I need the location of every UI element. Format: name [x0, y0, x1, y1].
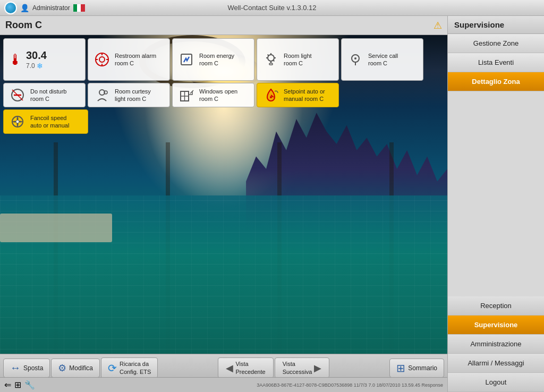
top-bar: 👤 Administrator Well-Contact Suite v.1.3… — [0, 0, 544, 16]
widget-setpoint-auto[interactable]: Setpoint auto ormanual room C — [257, 83, 339, 107]
service-call-label: Service callroom C — [368, 52, 398, 67]
light-icon — [261, 50, 280, 69]
temperature-value: 30.4 — [26, 49, 47, 62]
dnd-icon — [8, 86, 27, 105]
room-curtesy-label: Room curtesylight room C — [115, 88, 151, 103]
vista-succ-label: VistaSuccessiva — [283, 360, 312, 376]
dettaglio-zona-button[interactable]: Dettaglio Zona — [448, 72, 544, 91]
widgets-area: 🌡 30.4 7.0 ❄ — [0, 35, 447, 137]
widget-row-3: Fancoil speedauto or manual — [3, 109, 444, 134]
windows-icon — [177, 86, 196, 105]
bottom-icons-bar: ⇐ ⊞ 🔧 3AA906B3-867E-4127-8078-C9BD075368… — [0, 377, 447, 392]
sommario-icon: ⊞ — [396, 362, 405, 374]
svg-point-1 — [99, 57, 105, 62]
thermo-values: 30.4 7.0 ❄ — [26, 49, 47, 70]
loungers — [0, 214, 112, 242]
fancoil-label: Fancoil speedauto or manual — [30, 114, 69, 130]
sommario-label: Sommario — [408, 364, 437, 372]
modifica-button[interactable]: ⚙ Modifica — [51, 359, 100, 378]
supervisione-button[interactable]: Supervisione — [448, 316, 544, 335]
svg-point-30 — [16, 120, 19, 123]
ricarica-label: Ricarica daConfig. ETS — [120, 360, 151, 376]
restroom-alarm-label: Restroom alarmroom C — [115, 52, 156, 67]
logout-button[interactable]: Logout — [448, 373, 544, 392]
sidebar: Supervisione Gestione Zone Lista Eventi … — [447, 16, 544, 392]
widget-row-2: Do not disturbroom C Room curtesylight r… — [3, 83, 444, 107]
allarmi-messaggi-label: Allarmi / Messaggi — [468, 359, 524, 367]
widget-room-curtesy[interactable]: Room curtesylight room C — [88, 83, 170, 107]
language-flag[interactable] — [73, 4, 85, 12]
widget-do-not-disturb[interactable]: Do not disturbroom C — [3, 83, 86, 107]
sposta-label: Sposta — [23, 364, 43, 372]
thermometer-icon: 🌡 — [8, 51, 23, 69]
ricarica-button[interactable]: ⟳ Ricarica daConfig. ETS — [101, 357, 158, 378]
alert-icon: ⚠ — [434, 20, 442, 31]
room-title: Room C — [5, 20, 42, 31]
icon-tool[interactable]: 🔧 — [24, 380, 35, 390]
fancoil-icon — [8, 112, 27, 131]
service-call-icon — [346, 50, 365, 69]
status-text: 3AA906B3-867E-4127-8078-C9BD07536898 11/… — [257, 382, 443, 388]
ricarica-icon: ⟳ — [108, 362, 117, 374]
content-area: Room C ⚠ 🌡 30.4 — [0, 16, 447, 392]
admin-label: Administrator — [32, 4, 70, 12]
sposta-button[interactable]: ↔ Sposta — [3, 359, 50, 378]
widget-row-1: 🌡 30.4 7.0 ❄ — [3, 38, 444, 81]
gestione-zone-button[interactable]: Gestione Zone — [448, 34, 544, 53]
curtesy-icon — [92, 86, 112, 105]
svg-line-26 — [190, 90, 193, 93]
amministrazione-button[interactable]: Amministrazione — [448, 335, 544, 354]
person-icon: 👤 — [20, 4, 29, 12]
windows-open-label: Windows openroom C — [199, 88, 237, 103]
icon-grid[interactable]: ⊞ — [14, 380, 21, 390]
next-arrow-icon: ▶ — [314, 362, 321, 374]
dettaglio-zona-label: Dettaglio Zona — [472, 78, 520, 86]
sommario-button[interactable]: ⊞ Sommario — [389, 359, 444, 378]
thermo-widget[interactable]: 🌡 30.4 7.0 ❄ — [3, 38, 86, 81]
amministrazione-label: Amministrazione — [470, 340, 521, 348]
nav-section: ◀ VistaPrecedente VistaSuccessiva ▶ — [218, 357, 329, 378]
logout-label: Logout — [486, 378, 507, 386]
room-energy-label: Room energyroom C — [199, 52, 234, 67]
svg-line-12 — [268, 55, 269, 56]
vista-successiva-button[interactable]: VistaSuccessiva ▶ — [275, 357, 330, 378]
room-header: Room C ⚠ — [0, 16, 447, 35]
sidebar-title: Supervisione — [448, 16, 544, 34]
modifica-label: Modifica — [69, 364, 93, 372]
vista-prec-label: VistaPrecedente — [235, 360, 265, 376]
setpoint-value: 7.0 ❄ — [26, 62, 47, 70]
setpoint-icon — [261, 86, 280, 105]
widget-service-call[interactable]: Service callroom C — [341, 38, 423, 81]
svg-point-28 — [270, 96, 272, 98]
widget-room-energy[interactable]: Room energyroom C — [172, 38, 254, 81]
reception-label: Reception — [480, 302, 512, 310]
modifica-icon: ⚙ — [58, 362, 66, 374]
do-not-disturb-label: Do not disturbroom C — [30, 88, 66, 103]
lista-eventi-label: Lista Eventi — [478, 58, 514, 66]
alarm-icon — [92, 50, 112, 69]
snowflake-icon: ❄ — [37, 62, 43, 70]
svg-rect-14 — [269, 63, 273, 65]
supervisione-label: Supervisione — [474, 321, 518, 329]
sidebar-spacer — [448, 91, 544, 296]
sposta-icon: ↔ — [10, 362, 21, 374]
setpoint-auto-label: Setpoint auto ormanual room C — [284, 88, 325, 103]
vista-precedente-button[interactable]: ◀ VistaPrecedente — [218, 357, 273, 378]
room-light-label: Room lightroom C — [284, 52, 312, 67]
allarmi-messaggi-button[interactable]: Allarmi / Messaggi — [448, 354, 544, 373]
energy-icon — [177, 50, 196, 69]
widget-fancoil[interactable]: Fancoil speedauto or manual — [3, 109, 88, 134]
icon-arrow-left[interactable]: ⇐ — [4, 380, 11, 390]
app-logo — [4, 2, 17, 14]
widget-room-light[interactable]: Room lightroom C — [257, 38, 339, 81]
lista-eventi-button[interactable]: Lista Eventi — [448, 53, 544, 72]
svg-point-16 — [354, 57, 356, 59]
svg-line-13 — [273, 60, 274, 61]
reception-button[interactable]: Reception — [448, 296, 544, 316]
gestione-zone-label: Gestione Zone — [473, 39, 518, 47]
widget-restroom-alarm[interactable]: Restroom alarmroom C — [88, 38, 170, 81]
app-title: Well-Contact Suite v.1.3.0.12 — [227, 4, 316, 12]
widget-windows-open[interactable]: Windows openroom C — [172, 83, 254, 107]
prev-arrow-icon: ◀ — [226, 362, 233, 374]
